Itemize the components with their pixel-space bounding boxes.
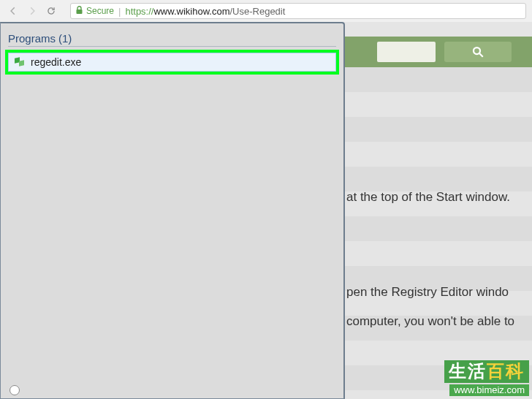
programs-header: Programs (1) (8, 32, 336, 47)
start-menu-search-panel: Programs (1) regedit.exe (0, 22, 345, 399)
svg-point-1 (474, 48, 480, 54)
search-result-regedit[interactable]: regedit.exe (8, 53, 336, 72)
url-domain: www.wikihow.com (153, 6, 229, 17)
secure-label: Secure (86, 6, 114, 16)
programs-header-count: (1) (58, 32, 72, 45)
tutorial-highlight: regedit.exe (5, 50, 339, 75)
svg-line-2 (479, 53, 483, 57)
article-line: pen the Registry Editor windo (346, 285, 509, 300)
svg-rect-0 (77, 10, 83, 14)
see-more-results-radio[interactable] (10, 385, 20, 395)
site-search-button[interactable] (444, 42, 512, 62)
regedit-icon (13, 56, 25, 68)
forward-button[interactable] (25, 4, 39, 18)
url-protocol: https:// (125, 6, 153, 17)
address-bar[interactable]: Secure | https:// www.wikihow.com /Use-R… (70, 3, 526, 19)
watermark: 生活百科 www.bimeiz.com (444, 360, 529, 396)
lock-icon (75, 6, 83, 17)
browser-toolbar: Secure | https:// www.wikihow.com /Use-R… (0, 0, 532, 22)
url-divider: | (118, 6, 121, 17)
programs-header-label: Programs (8, 32, 56, 45)
watermark-url: www.bimeiz.com (449, 384, 529, 396)
article-line: at the top of the Start window. (346, 190, 510, 205)
back-button[interactable] (6, 4, 20, 18)
site-search-input[interactable] (377, 42, 436, 62)
watermark-title: 生活百科 (444, 360, 529, 382)
search-result-label: regedit.exe (31, 56, 81, 68)
url-path: /Use-Regedit (229, 6, 285, 17)
search-icon (471, 45, 484, 58)
reload-button[interactable] (44, 4, 58, 18)
article-line: computer, you won't be able to (346, 314, 514, 329)
